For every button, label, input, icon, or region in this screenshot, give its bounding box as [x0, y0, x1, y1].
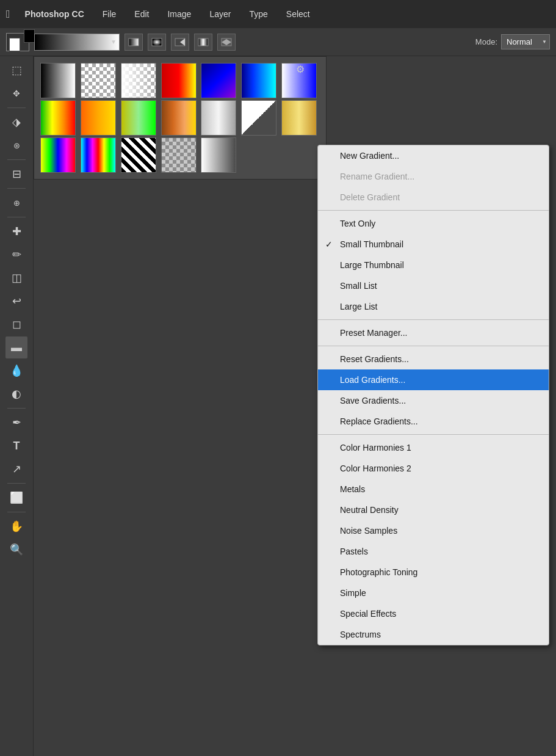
menu-large-thumbnail[interactable]: Large Thumbnail [318, 255, 549, 275]
sidebar-item-quick-select[interactable]: ⊛ [5, 134, 27, 156]
menu-save-gradients[interactable]: Save Gradients... [318, 390, 549, 411]
menu-large-list[interactable]: Large List [318, 296, 549, 317]
radial-gradient-btn[interactable] [148, 34, 166, 51]
gradient-swatch[interactable] [81, 137, 116, 173]
gradient-swatch[interactable] [121, 100, 156, 136]
gradient-swatch[interactable] [281, 100, 317, 136]
menu-layer[interactable]: Layer [206, 7, 234, 21]
tool-separator-3 [7, 188, 26, 189]
sidebar-item-burn[interactable]: ◐ [5, 383, 27, 405]
menu-small-list[interactable]: Small List [318, 275, 549, 296]
gradient-swatch[interactable] [121, 63, 156, 98]
svg-rect-1 [152, 38, 162, 46]
gear-icon[interactable]: ⚙ [293, 62, 308, 76]
sidebar-item-crop[interactable]: ⊟ [5, 163, 27, 185]
menu-type[interactable]: Type [245, 7, 271, 21]
sidebar-item-history-brush[interactable]: ↩ [5, 290, 27, 312]
toolbar: ▼ Mode: Norm [0, 28, 556, 56]
sidebar-item-type[interactable]: T [5, 435, 27, 457]
menu-separator-4 [318, 434, 549, 435]
diamond-gradient-icon [221, 37, 232, 48]
sidebar-item-brush[interactable]: ✏ [5, 244, 27, 266]
menu-preset-manager[interactable]: Preset Manager... [318, 322, 549, 343]
gradient-picker[interactable]: ▼ [34, 34, 120, 51]
menu-metals[interactable]: Metals [318, 479, 549, 500]
gradient-swatch[interactable] [201, 63, 236, 98]
tool-separator-1 [7, 107, 26, 108]
menu-reset-gradients[interactable]: Reset Gradients... [318, 349, 549, 369]
sidebar-item-healing[interactable]: ✚ [5, 220, 27, 242]
gradient-swatch[interactable] [81, 100, 116, 136]
menu-color-harmonies-2[interactable]: Color Harmonies 2 [318, 458, 549, 479]
reflected-gradient-btn[interactable] [194, 34, 212, 51]
gradient-swatch[interactable] [161, 63, 197, 98]
svg-rect-0 [129, 38, 139, 46]
menubar:  Photoshop CC File Edit Image Layer Typ… [0, 0, 556, 28]
diamond-gradient-btn[interactable] [217, 34, 236, 51]
context-menu: New Gradient... Rename Gradient... Delet… [317, 145, 549, 645]
sidebar-item-pen[interactable]: ✒ [5, 412, 27, 434]
gradient-swatch[interactable] [161, 100, 197, 136]
gradient-swatch[interactable] [121, 137, 156, 173]
menu-load-gradients[interactable]: Load Gradients... [318, 369, 549, 390]
gradient-swatch[interactable] [40, 137, 76, 173]
sidebar-item-hand[interactable]: ✋ [5, 515, 27, 537]
linear-gradient-btn[interactable] [125, 34, 143, 51]
sidebar-item-path-select[interactable]: ↗ [5, 458, 27, 480]
svg-rect-4 [198, 38, 208, 46]
gradient-picker-arrow: ▼ [110, 38, 117, 45]
menu-edit[interactable]: Edit [131, 7, 153, 21]
tools-panel: ⬚ ✥ ⬗ ⊛ ⊟ ⊕ ✚ ✏ ◫ ↩ ◻ ▬ 💧 ◐ ✒ T ↗ ⬜ ✋ 🔍 [0, 56, 34, 756]
mode-dropdown[interactable]: Normal Dissolve Multiply Screen Overlay [501, 34, 550, 49]
gradient-swatch[interactable] [161, 137, 197, 173]
menu-photographic-toning[interactable]: Photographic Toning [318, 562, 549, 583]
gradient-swatch[interactable] [40, 63, 76, 98]
menu-image[interactable]: Image [164, 7, 195, 21]
sidebar-item-lasso[interactable]: ⬗ [5, 111, 27, 133]
menu-text-only[interactable]: Text Only [318, 213, 549, 234]
gradient-swatch[interactable] [81, 63, 116, 98]
gradient-swatch[interactable] [201, 100, 236, 136]
menu-small-thumbnail[interactable]: Small Thumbnail [318, 234, 549, 255]
sidebar-item-move[interactable]: ✥ [5, 82, 27, 104]
menu-separator-1 [318, 210, 549, 211]
menu-new-gradient[interactable]: New Gradient... [318, 145, 549, 166]
menu-pastels[interactable]: Pastels [318, 541, 549, 562]
menu-delete-gradient: Delete Gradient [318, 187, 549, 208]
menu-neutral-density[interactable]: Neutral Density [318, 500, 549, 520]
gradient-swatch[interactable] [201, 137, 236, 173]
sidebar-item-rectangle[interactable]: ⬜ [5, 487, 27, 509]
sidebar-item-eraser[interactable]: ◻ [5, 313, 27, 335]
reflected-gradient-icon [198, 37, 209, 48]
angle-gradient-btn[interactable] [171, 34, 189, 51]
gradient-swatch[interactable] [241, 63, 276, 98]
apple-icon[interactable]:  [6, 8, 10, 21]
menu-special-effects[interactable]: Special Effects [318, 603, 549, 624]
menu-noise-samples[interactable]: Noise Samples [318, 520, 549, 541]
app-name[interactable]: Photoshop CC [21, 7, 88, 21]
gradient-grid [40, 63, 320, 173]
sidebar-item-stamp[interactable]: ◫ [5, 267, 27, 289]
tool-separator-4 [7, 217, 26, 217]
gradient-swatch[interactable] [241, 100, 276, 136]
sidebar-item-blur[interactable]: 💧 [5, 360, 27, 382]
menu-select[interactable]: Select [283, 7, 314, 21]
menu-simple[interactable]: Simple [318, 583, 549, 603]
sidebar-item-marquee[interactable]: ⬚ [5, 59, 27, 81]
gradient-panel: ⚙ [34, 56, 327, 180]
tool-separator-5 [7, 408, 26, 409]
gradient-swatch[interactable] [40, 100, 76, 136]
tool-separator-2 [7, 159, 26, 160]
sidebar-item-eyedropper[interactable]: ⊕ [5, 192, 27, 214]
sidebar-item-zoom[interactable]: 🔍 [5, 539, 27, 561]
menu-spectrums[interactable]: Spectrums [318, 624, 549, 645]
foreground-background-swatch[interactable] [6, 33, 29, 51]
mode-label: Mode: [475, 37, 497, 46]
menu-file[interactable]: File [99, 7, 120, 21]
mode-section: Mode: Normal Dissolve Multiply Screen Ov… [475, 34, 550, 49]
tool-separator-7 [7, 512, 26, 512]
menu-rename-gradient: Rename Gradient... [318, 166, 549, 187]
menu-replace-gradients[interactable]: Replace Gradients... [318, 411, 549, 432]
sidebar-item-gradient[interactable]: ▬ [5, 336, 27, 358]
menu-color-harmonies-1[interactable]: Color Harmonies 1 [318, 437, 549, 458]
